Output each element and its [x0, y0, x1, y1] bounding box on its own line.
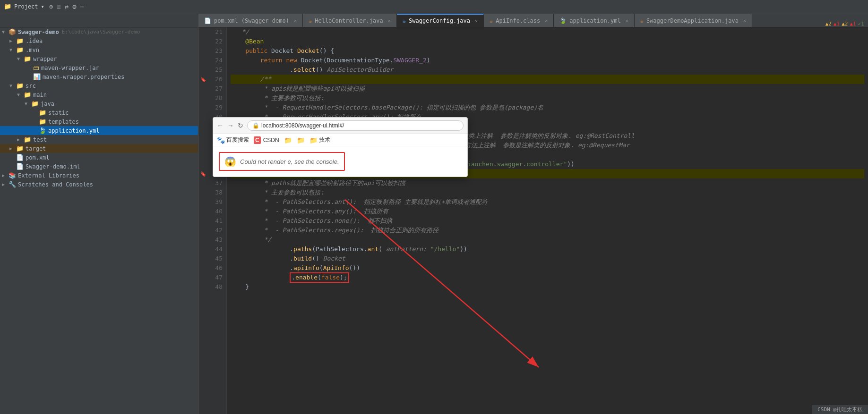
sidebar-path-swagger-demo: E:\code\java\Swagger-demo — [62, 29, 140, 35]
tab-swaggerdemo-close[interactable]: ✕ — [743, 18, 746, 23]
settings-icon[interactable]: ⚙ — [72, 3, 76, 10]
module-icon: 📦 — [9, 28, 16, 35]
folder-icon-static: 📁 — [39, 109, 46, 116]
sidebar-item-main[interactable]: ▼ 📁 main — [0, 90, 198, 99]
sidebar-item-external-libs[interactable]: ▶ 📚 External Libraries — [0, 171, 198, 180]
spacer-static: ▶ — [32, 110, 38, 115]
tab-hello-icon: ☕ — [309, 17, 312, 24]
csdn-icon: C — [254, 136, 261, 144]
list-icon[interactable]: ≡ — [57, 3, 60, 10]
xml-icon: 📄 — [16, 154, 24, 161]
tab-swaggerdemo[interactable]: ☕ SwaggerDemoApplication.java ✕ — [635, 14, 752, 27]
sidebar-label-target: target — [26, 145, 46, 152]
gutter-41 — [198, 216, 208, 226]
browser-toolbar: ← → ↻ 🔒 localhost:8080/swagger-ui.html#/ — [213, 118, 467, 134]
tech-folder-icon: 📁 — [309, 136, 318, 144]
refresh-button[interactable]: ↻ — [238, 122, 243, 129]
tab-apiinfo-close[interactable]: ✕ — [545, 18, 548, 23]
project-dropdown-icon[interactable]: ▾ — [41, 3, 44, 10]
code-line-21: */ — [231, 27, 864, 37]
tab-swagger-close[interactable]: ✕ — [475, 18, 478, 24]
back-button[interactable]: ← — [217, 122, 223, 129]
bookmark-folder2[interactable]: 📁 — [297, 136, 305, 144]
folder-icon-idea: 📁 — [16, 37, 24, 44]
sidebar-item-target[interactable]: ▶ 📁 target — [0, 144, 198, 153]
tab-hello-close[interactable]: ✕ — [388, 18, 391, 23]
expand-arrow-idea: ▶ — [9, 38, 15, 43]
gutter-43 — [198, 235, 208, 245]
code-text: */ — [231, 27, 249, 37]
warn3: ▲2 — [842, 21, 848, 27]
spacer-pom: ▶ — [9, 155, 15, 160]
tab-hello[interactable]: ☕ HelloController.java ✕ — [303, 14, 397, 27]
code-text: * - PathSelectors.regex(): 扫描符合正则的所有路径 — [231, 226, 438, 235]
code-text: . — [231, 65, 293, 75]
java-folder-icon: 📁 — [31, 100, 39, 107]
forward-button[interactable]: → — [227, 122, 234, 129]
tab-appyml-label: application.yml — [569, 17, 620, 24]
code-text: } — [231, 282, 249, 292]
expand-arrow-extlibs: ▶ — [2, 173, 8, 178]
gutter-39 — [198, 197, 208, 207]
sidebar-item-test[interactable]: ▶ 📁 test — [0, 135, 198, 144]
title-bar-left: 📁 Project ▾ — [4, 3, 44, 10]
sidebar-label-appyml: application.yml — [48, 127, 99, 134]
sidebar-item-static[interactable]: ▶ 📁 static — [0, 108, 198, 117]
sidebar-label-java: java — [41, 101, 54, 107]
tab-pom-close[interactable]: ✕ — [294, 18, 297, 23]
code-text: . — [231, 254, 293, 263]
sidebar-item-scratches[interactable]: ▶ 🔧 Scratches and Consoles — [0, 180, 198, 189]
tab-pom[interactable]: 📄 pom.xml (Swagger-demo) ✕ — [198, 14, 303, 27]
code-content[interactable]: */ @Bean public Docket Docket() { return… — [227, 27, 868, 414]
sidebar-item-maven-jar[interactable]: ▶ 🗃 maven-wrapper.jar — [0, 63, 198, 72]
ln-27: 27 — [210, 84, 223, 93]
sidebar-item-pomxml[interactable]: ▶ 📄 pom.xml — [0, 153, 198, 162]
ln-23: 23 — [210, 46, 223, 56]
bookmark-tech[interactable]: 📁 技术 — [309, 136, 330, 144]
sidebar-item-idea[interactable]: ▶ 📁 .idea — [0, 36, 198, 45]
sidebar-item-java[interactable]: ▼ 📁 java — [0, 99, 198, 108]
sidebar-item-src[interactable]: ▼ 📁 src — [0, 81, 198, 90]
target-icon: 📁 — [16, 145, 24, 152]
browser-url-bar[interactable]: 🔒 localhost:8080/swagger-ui.html#/ — [247, 120, 464, 131]
spacer-iml: ▶ — [9, 164, 15, 169]
gutter-28 — [198, 93, 208, 103]
sidebar-item-iml[interactable]: ▶ 📄 Swagger-demo.iml — [0, 162, 198, 171]
browser-popup: ← → ↻ 🔒 localhost:8080/swagger-ui.html#/… — [213, 117, 468, 177]
tab-appyml-close[interactable]: ✕ — [626, 18, 628, 23]
code-line-28: * 主要参数可以包括: — [231, 93, 864, 103]
minimize-icon[interactable]: − — [80, 3, 84, 10]
code-text — [231, 273, 290, 282]
sidebar-item-appyml[interactable]: ▶ 🍃 application.yml — [0, 126, 198, 135]
bookmark-baidu[interactable]: 🐾 百度搜索 — [217, 136, 249, 144]
tab-apiinfo[interactable]: ☕ ApiInfo.class ✕ — [484, 14, 554, 27]
tab-apiinfo-icon: ☕ — [490, 17, 493, 24]
bookmark-csdn[interactable]: C CSDN — [254, 136, 279, 144]
title-bar: 📁 Project ▾ ⊕ ≡ ⇄ ⚙ − — [0, 0, 868, 13]
sidebar-label-main: main — [33, 92, 47, 98]
code-text: */ — [231, 235, 271, 245]
sidebar-item-mvn[interactable]: ▼ 📁 .mvn — [0, 45, 198, 54]
tab-appyml-icon: 🍃 — [559, 17, 567, 24]
warn5: ✓1 — [858, 21, 864, 27]
tech-label: 技术 — [319, 136, 330, 144]
spacer-props: ▶ — [26, 74, 32, 79]
sidebar-item-swagger-demo-root[interactable]: ▼ 📦 Swagger-demo E:\code\java\Swagger-de… — [0, 27, 198, 36]
add-icon[interactable]: ⊕ — [49, 3, 53, 10]
code-line-38: * 主要参数可以包括: — [231, 188, 864, 197]
expand-arrow: ▼ — [2, 29, 8, 34]
sidebar-item-maven-props[interactable]: ▶ 📊 maven-wrapper.properties — [0, 72, 198, 81]
gutter-36: 🔖 — [198, 169, 208, 178]
gutter-30 — [198, 112, 208, 122]
ln-42: 42 — [210, 226, 223, 235]
gutter-45 — [198, 254, 208, 263]
code-line-39: * - PathSelectors.ant(): 指定映射路径 主要就是斜杠+单… — [231, 197, 864, 207]
bookmark-folder1[interactable]: 📁 — [284, 136, 292, 144]
tab-appyml[interactable]: 🍃 application.yml ✕ — [554, 14, 634, 27]
transfer-icon[interactable]: ⇄ — [65, 3, 69, 10]
sidebar-item-templates[interactable]: ▶ 📁 templates — [0, 117, 198, 126]
sidebar-item-wrapper[interactable]: ▼ 📁 wrapper — [0, 54, 198, 63]
sidebar-label-maven-props: maven-wrapper.properties — [43, 74, 124, 80]
tab-swagger[interactable]: ☕ SwaggerConfig.java ✕ — [397, 14, 484, 27]
code-line-23: public Docket Docket() { — [231, 46, 864, 56]
